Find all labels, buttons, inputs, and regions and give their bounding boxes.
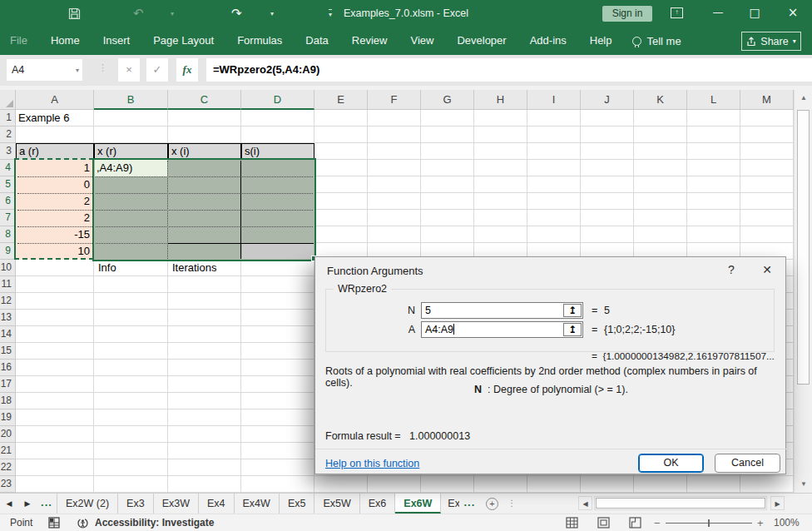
row-header-22[interactable]: 22 [0, 459, 16, 476]
macro-record-icon[interactable] [48, 517, 60, 531]
accessibility-checker-icon[interactable] [77, 517, 89, 531]
help-on-function-link[interactable]: Help on this function [325, 458, 419, 469]
save-icon[interactable] [68, 6, 81, 21]
sheet-nav-right-icon[interactable]: ▶ [18, 494, 37, 514]
select-all-corner[interactable] [0, 90, 16, 110]
column-header-I[interactable]: I [527, 90, 581, 110]
column-header-C[interactable]: C [168, 90, 241, 110]
row-header-17[interactable]: 17 [0, 376, 16, 393]
ribbon-tab-developer[interactable]: Developer [445, 27, 517, 55]
vertical-scrollbar[interactable]: ▲ ▼ [794, 90, 812, 493]
row-header-1[interactable]: 1 [0, 110, 16, 127]
row-header-23[interactable]: 23 [0, 476, 16, 493]
maximize-button[interactable]: □ [740, 0, 769, 25]
column-header-B[interactable]: B [94, 90, 168, 110]
ribbon-tab-view[interactable]: View [399, 27, 445, 55]
close-button[interactable]: × [779, 0, 807, 25]
name-box-dropdown-icon[interactable]: ▾ [76, 67, 79, 74]
zoom-level[interactable]: 100% [774, 514, 800, 531]
row-header-21[interactable]: 21 [0, 443, 16, 459]
row-header-11[interactable]: 11 [0, 276, 16, 293]
new-sheet-button[interactable]: + [479, 494, 504, 514]
sheet-nav-left-icon[interactable]: ◀ [0, 494, 18, 514]
sheet-tab-ex2w-2[interactable]: Ex2W (2) [57, 494, 118, 514]
horizontal-scrollbar-thumb[interactable] [596, 498, 765, 509]
zoom-out-icon[interactable]: − [654, 514, 661, 531]
scroll-right-icon[interactable]: ▶ [770, 496, 785, 510]
field-n-input[interactable]: 5 ↥ [421, 302, 583, 319]
normal-view-icon[interactable] [566, 517, 578, 529]
row-header-16[interactable]: 16 [0, 360, 16, 376]
scroll-left-icon[interactable]: ◀ [578, 496, 592, 510]
page-break-preview-icon[interactable] [629, 517, 641, 529]
row-header-2[interactable]: 2 [0, 127, 16, 143]
column-header-L[interactable]: L [687, 90, 740, 110]
zoom-in-icon[interactable]: + [757, 514, 764, 531]
column-header-D[interactable]: D [241, 90, 314, 110]
sheet-tab-ex3[interactable]: Ex3 [118, 494, 154, 514]
sheet-tab-ex7[interactable]: Ex7 [441, 494, 459, 514]
scroll-down-icon[interactable]: ▼ [795, 476, 812, 493]
row-header-10[interactable]: 10 [0, 260, 16, 276]
ribbon-display-options-icon[interactable]: ↑ [671, 7, 683, 18]
row-header-12[interactable]: 12 [0, 293, 16, 310]
undo-dropdown-icon[interactable]: ▾ [171, 6, 174, 21]
field-a-input[interactable]: A4:A9 ↥ [421, 321, 583, 338]
column-header-J[interactable]: J [581, 90, 634, 110]
column-header-E[interactable]: E [314, 90, 368, 110]
sheet-tab-ex6[interactable]: Ex6 [360, 494, 396, 514]
row-header-13[interactable]: 13 [0, 310, 16, 326]
cell-a1[interactable]: Example 6 [16, 110, 94, 127]
sheet-overflow-left[interactable]: ... [37, 494, 57, 514]
row-header-3[interactable]: 3 [0, 143, 16, 160]
sheet-tab-ex5w[interactable]: Ex5W [314, 494, 359, 514]
row-header-18[interactable]: 18 [0, 393, 16, 409]
accessibility-status[interactable]: Accessibility: Investigate [95, 514, 214, 531]
undo-icon[interactable]: ↶ [133, 6, 144, 21]
dialog-close-icon[interactable]: ✕ [759, 263, 775, 276]
ribbon-tab-formulas[interactable]: Formulas [225, 27, 294, 55]
ribbon-tab-data[interactable]: Data [294, 27, 339, 55]
name-box[interactable]: A4 ▾ [6, 58, 83, 82]
sheet-tab-ex3w[interactable]: Ex3W [154, 494, 199, 514]
sheet-tab-ex4w[interactable]: Ex4W [235, 494, 280, 514]
row-header-20[interactable]: 20 [0, 426, 16, 443]
tab-tell-me[interactable]: Tell me [624, 35, 690, 47]
scroll-up-icon[interactable]: ▲ [795, 90, 812, 107]
minimize-button[interactable]: — [704, 0, 732, 25]
zoom-slider-knob[interactable] [708, 519, 710, 527]
sheet-tab-ex6w[interactable]: Ex6W [395, 494, 441, 514]
share-button[interactable]: Share ▾ [741, 32, 801, 51]
vertical-scrollbar-thumb[interactable] [797, 110, 810, 385]
ok-button[interactable]: OK [638, 454, 704, 473]
sign-in-button[interactable]: Sign in [602, 6, 652, 22]
redo-icon[interactable]: ↷ [231, 6, 242, 21]
column-header-G[interactable]: G [421, 90, 474, 110]
sheet-tab-ex4[interactable]: Ex4 [199, 494, 235, 514]
ribbon-tab-help[interactable]: Help [578, 27, 624, 55]
cancel-button[interactable]: Cancel [715, 454, 780, 473]
collapse-dialog-icon[interactable]: ↥ [563, 323, 582, 336]
ribbon-tab-file[interactable]: File [0, 27, 39, 55]
cancel-entry-icon[interactable]: × [118, 58, 140, 82]
page-layout-view-icon[interactable] [597, 517, 610, 529]
ribbon-tab-home[interactable]: Home [39, 27, 92, 55]
sheet-tab-ex5[interactable]: Ex5 [280, 494, 315, 514]
ribbon-tab-page-layout[interactable]: Page Layout [141, 27, 225, 55]
row-header-19[interactable]: 19 [0, 409, 16, 426]
formula-input[interactable]: =WRpzero2(5,A4:A9) [206, 58, 812, 82]
column-header-A[interactable]: A [16, 90, 94, 110]
column-header-K[interactable]: K [634, 90, 687, 110]
row-header-14[interactable]: 14 [0, 326, 16, 343]
insert-function-icon[interactable]: fx [176, 58, 198, 82]
column-header-H[interactable]: H [474, 90, 527, 110]
cell-b10[interactable]: Info [96, 260, 119, 276]
row-header-15[interactable]: 15 [0, 343, 16, 360]
sheet-overflow-right[interactable]: ... [459, 494, 479, 514]
column-header-F[interactable]: F [368, 90, 421, 110]
dialog-help-icon[interactable]: ? [723, 263, 740, 276]
cell-c10[interactable]: Iterations [170, 260, 219, 276]
horizontal-scrollbar[interactable]: ◀ ▶ [578, 495, 795, 511]
ribbon-tab-add-ins[interactable]: Add-ins [518, 27, 578, 55]
ribbon-tab-review[interactable]: Review [340, 27, 399, 55]
